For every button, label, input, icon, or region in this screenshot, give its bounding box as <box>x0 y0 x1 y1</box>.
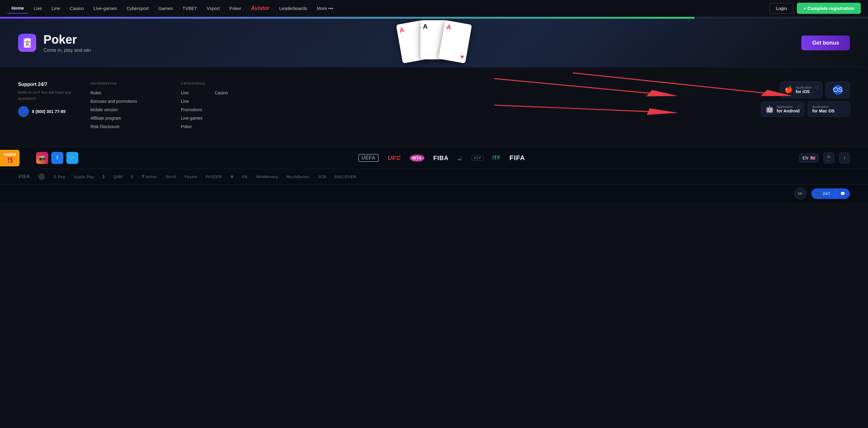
nav-leaderboards[interactable]: Leaderboards <box>275 3 311 13</box>
cat-live-games[interactable]: Live-games <box>181 116 203 121</box>
twitter-icon[interactable]: 🐦 <box>66 152 79 164</box>
pay-tether: ₮ tether <box>142 175 157 179</box>
sponsor-wta: WTA <box>410 155 424 161</box>
nav-line[interactable]: Line <box>47 3 64 13</box>
nav-aviator[interactable]: Aviator <box>247 3 274 14</box>
support-title: Support 24/7 <box>18 82 84 87</box>
nav-casino[interactable]: Casino <box>66 3 88 13</box>
macos-icon-top: OS <box>833 85 843 95</box>
nav-vsport[interactable]: Vsport <box>203 3 224 13</box>
nav-more[interactable]: More ••• <box>313 3 337 13</box>
pay-visa: VISA <box>18 174 30 179</box>
message-icon: 💬 <box>840 191 845 196</box>
pay-paytm: Paytm <box>184 175 197 179</box>
tablet-icon-button[interactable]: 📱 <box>824 153 834 163</box>
categories-col2: Casino <box>215 90 228 132</box>
sponsor-itf: ITF <box>493 155 501 161</box>
social-icons: 📸 f 🐦 <box>36 152 79 164</box>
poker-banner: 🃏 Poker Come in, play and win A ♦ A ♣ A … <box>0 19 868 67</box>
bonus-badge[interactable]: +500% 🎁 <box>0 150 20 166</box>
app-macos-button-top[interactable]: OS › <box>826 82 850 98</box>
nav-games[interactable]: Games <box>154 3 177 13</box>
cat-poker[interactable]: Poker <box>181 124 192 129</box>
pay-discover: DISCOVER <box>335 175 356 179</box>
phone-number[interactable]: 8 (800) 301 77-89 <box>32 109 65 114</box>
language-selector[interactable]: EN 🇬🇧 <box>799 153 818 162</box>
message-chat-button[interactable]: 💬 <box>835 188 850 199</box>
phone-chat-button[interactable]: 📞 24/7 <box>811 188 835 199</box>
instagram-icon[interactable]: 📸 <box>36 152 48 164</box>
get-bonus-button[interactable]: Get bonus <box>801 36 850 50</box>
app-buttons-area: 🍎 Application for iOS ⓘ OS › 🤖 <box>761 82 850 132</box>
footer-spacer <box>253 82 755 132</box>
android-icon: 🤖 <box>766 105 774 113</box>
list-item[interactable]: Casino <box>215 90 228 96</box>
info-rules[interactable]: Rules <box>90 90 101 95</box>
nav-tvbet[interactable]: TVBET <box>179 3 201 13</box>
list-item[interactable]: Poker <box>181 124 203 129</box>
list-item[interactable]: Live-games <box>181 116 203 121</box>
scroll-top-button[interactable]: ↑ <box>839 153 850 163</box>
cat-casino[interactable]: Casino <box>215 90 228 95</box>
sponsor-fiba: FIBA <box>433 155 449 161</box>
apple-icon: 🍎 <box>784 86 793 94</box>
list-item[interactable]: Affiliate program <box>90 116 175 121</box>
list-item[interactable]: Mobile version <box>90 107 175 113</box>
sponsor-fifa: FIFA <box>510 154 525 162</box>
pay-mastercard <box>38 173 45 180</box>
flag-icon: 🇬🇧 <box>810 155 815 160</box>
pay-muchbetter: MuchBetter <box>286 175 310 179</box>
bottom-right-controls: EN 🇬🇧 📱 ↑ <box>799 153 850 163</box>
list-item[interactable]: Live <box>181 90 203 96</box>
info-links: Rules Bonuses and promotions Mobile vers… <box>90 90 175 129</box>
nav-live[interactable]: Live <box>30 3 46 13</box>
list-item[interactable]: Risk Disclosure <box>90 124 175 129</box>
final-row: 18+ 📞 24/7 💬 <box>0 184 868 203</box>
ios-info-icon: ⓘ <box>815 85 819 90</box>
nav-actions: Login + Complete registration <box>770 3 861 14</box>
nav-links: Home Live Line Casino Live-games Cybersp… <box>7 3 770 14</box>
info-mobile[interactable]: Mobile version <box>90 107 118 112</box>
footer-phone: 📞 8 (800) 301 77-89 <box>18 106 84 117</box>
poker-banner-left: 🃏 Poker Come in, play and win <box>18 33 91 53</box>
footer-information: INFORMATION Rules Bonuses and promotions… <box>90 82 175 132</box>
android-label: Application <box>777 105 800 109</box>
nav-cybersport[interactable]: Cybersport <box>122 3 153 13</box>
nav-home[interactable]: Home <box>7 3 28 13</box>
cat-live[interactable]: Live <box>181 90 189 95</box>
list-item[interactable]: Promotions <box>181 107 203 113</box>
info-heading: INFORMATION <box>90 82 175 85</box>
app-macos-button[interactable]: Application for Mac OS <box>808 101 850 117</box>
register-button[interactable]: + Complete registration <box>797 3 861 14</box>
info-risk[interactable]: Risk Disclosure <box>90 124 119 129</box>
age-rating: 18+ <box>795 187 807 200</box>
info-bonuses[interactable]: Bonuses and promotions <box>90 99 137 104</box>
android-info-icon: ⓘ <box>797 105 801 110</box>
list-item[interactable]: Line <box>181 98 203 104</box>
poker-title: Poker <box>43 33 91 47</box>
footer-support: Support 24/7 Write to us if You still ha… <box>18 82 84 132</box>
login-button[interactable]: Login <box>770 3 793 13</box>
poker-cards: A ♦ A ♣ A ♥ <box>393 23 475 62</box>
phone-icon: 📞 <box>18 106 29 117</box>
macos-label: Application <box>812 105 835 109</box>
cat-line[interactable]: Line <box>181 99 189 104</box>
chat-label: 24/7 <box>823 191 830 196</box>
poker-icon: 🃏 <box>18 34 36 52</box>
lang-text: EN <box>803 155 808 160</box>
list-item[interactable]: Rules <box>90 90 175 96</box>
pay-ethereum: ⟠ <box>131 175 133 179</box>
navbar: Home Live Line Casino Live-games Cybersp… <box>0 0 868 17</box>
phone-chat-icon: 📞 <box>816 191 821 196</box>
nav-poker[interactable]: Poker <box>225 3 245 13</box>
list-item[interactable]: Bonuses and promotions <box>90 98 175 104</box>
app-android-button[interactable]: 🤖 Application for Android ⓘ <box>761 101 804 117</box>
footer-categories: CATEGORIES Live Line Promotions Live-gam… <box>181 82 247 132</box>
pay-payeer: PAYEER <box>206 175 222 179</box>
info-affiliate[interactable]: Affiliate program <box>90 116 121 121</box>
facebook-icon[interactable]: f <box>51 152 63 164</box>
cat-promotions[interactable]: Promotions <box>181 107 202 112</box>
nav-live-games[interactable]: Live-games <box>89 3 121 13</box>
app-ios-button[interactable]: 🍎 Application for iOS ⓘ <box>780 82 822 98</box>
payment-strip: VISA G Pay Apple Pay ₿ QIWI ⟠ ₮ tether S… <box>0 169 868 184</box>
